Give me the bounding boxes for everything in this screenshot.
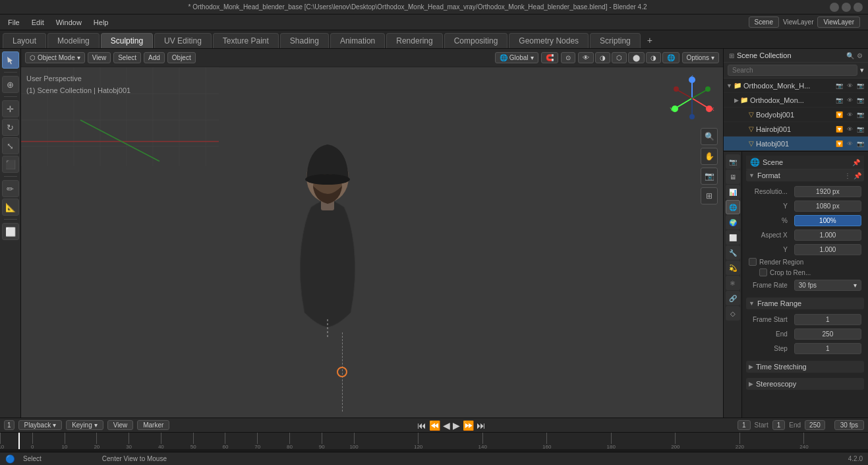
play-button[interactable]: ▶ — [453, 420, 460, 431]
collection-arrow-child1[interactable]: ▶ — [734, 97, 739, 104]
minimize-button[interactable]: ─ — [830, 3, 839, 12]
menu-edit[interactable]: Edit — [26, 17, 49, 28]
tab-shading[interactable]: Shading — [280, 33, 329, 48]
time-stretching-header[interactable]: ▶ Time Stretching — [746, 361, 864, 373]
body-eye-icon[interactable]: 👁 — [846, 111, 854, 119]
collection-row-child1[interactable]: ▶ 📁 Orthodox_Mon... 📷 👁 📷 — [724, 93, 868, 108]
props-modifiers-button[interactable]: 🔧 — [726, 245, 740, 260]
hat-eye-icon[interactable]: 👁 — [846, 140, 854, 148]
collection-row-hat[interactable]: ▽ Hatobj001 🔽 👁 📷 — [724, 137, 868, 151]
menu-file[interactable]: File — [3, 17, 25, 28]
solid-button[interactable]: ⬤ — [628, 52, 645, 63]
close-button[interactable]: ✕ — [854, 3, 863, 12]
options-button[interactable]: Options ▾ — [682, 52, 719, 63]
marker-menu[interactable]: Marker — [137, 420, 169, 430]
tab-layout[interactable]: Layout — [3, 33, 46, 48]
aspect-x-value[interactable]: 1.000 — [794, 230, 861, 241]
child1-eye-icon[interactable]: 👁 — [846, 96, 854, 104]
select-tool-button[interactable] — [2, 51, 19, 69]
frame-step-value[interactable]: 1 — [794, 343, 861, 354]
collection-arrow-root[interactable]: ▼ — [726, 82, 732, 89]
hair-eye-icon[interactable]: 👁 — [846, 125, 854, 133]
jump-end-button[interactable]: ⏭ — [477, 420, 486, 431]
props-view-layer-button[interactable]: 📊 — [726, 185, 740, 199]
snap-button[interactable]: 🧲 — [541, 52, 558, 63]
add-workspace-button[interactable]: + — [642, 32, 658, 48]
transform-tool-button[interactable]: ⬛ — [2, 156, 19, 173]
props-physics-button[interactable]: ⚛ — [726, 276, 740, 290]
current-frame-display[interactable]: 1 — [4, 420, 14, 430]
select-menu[interactable]: Select — [113, 52, 141, 63]
add-cube-button[interactable]: ⬜ — [2, 223, 19, 240]
aspect-y-value[interactable]: 1.000 — [794, 244, 861, 255]
resolution-pct-value[interactable]: 100% — [794, 215, 861, 226]
props-data-button[interactable]: ◇ — [726, 306, 740, 321]
child1-render-icon[interactable]: 📷 — [855, 96, 865, 104]
viewport[interactable]: ⬡ Object Mode ▾ View Select Add Object 🌐… — [21, 49, 723, 418]
collection-camera-icon[interactable]: 📷 — [834, 82, 844, 90]
body-filter-icon[interactable]: 🔽 — [834, 111, 844, 119]
tab-animation[interactable]: Animation — [330, 33, 385, 48]
props-object-button[interactable]: ⬜ — [726, 230, 740, 245]
render-region-checkbox[interactable] — [749, 258, 757, 266]
hat-render-icon[interactable]: 📷 — [855, 140, 865, 148]
hand-button[interactable]: ✋ — [701, 148, 718, 165]
frame-start-value[interactable]: 1 — [794, 314, 861, 325]
child1-camera-icon[interactable]: 📷 — [834, 96, 844, 104]
viewlayer-selector[interactable]: ViewLayer — [817, 16, 860, 28]
mode-selector[interactable]: ⬡ Object Mode ▾ — [25, 52, 85, 63]
frame-range-header[interactable]: ▼ Frame Range — [746, 297, 864, 309]
prev-keyframe-button[interactable]: ⏪ — [429, 420, 440, 431]
hair-filter-icon[interactable]: 🔽 — [834, 125, 844, 133]
tab-rendering[interactable]: Rendering — [386, 33, 442, 48]
start-frame-input[interactable]: 1 — [772, 420, 786, 430]
body-render-icon[interactable]: 📷 — [855, 111, 865, 119]
hair-render-icon[interactable]: 📷 — [855, 125, 865, 133]
play-reverse-button[interactable]: ◀ — [443, 420, 450, 431]
view-layer-selector[interactable]: ViewLayer — [783, 18, 814, 26]
next-keyframe-button[interactable]: ⏩ — [463, 420, 474, 431]
add-menu[interactable]: Add — [144, 52, 165, 63]
outliner-search-input[interactable] — [728, 65, 857, 76]
render-button[interactable]: 🌐 — [662, 52, 680, 63]
rotate-tool-button[interactable]: ↻ — [2, 119, 19, 136]
jump-start-button[interactable]: ⏮ — [417, 420, 426, 431]
resolution-x-value[interactable]: 1920 px — [794, 186, 861, 197]
scale-tool-button[interactable]: ⤡ — [2, 137, 19, 154]
orientation-gizmo[interactable]: Z X Y — [669, 75, 715, 121]
move-tool-button[interactable]: ✛ — [2, 100, 19, 117]
scene-pin-icon[interactable]: 📌 — [852, 159, 860, 166]
crop-render-checkbox[interactable] — [759, 268, 767, 276]
keying-menu[interactable]: Keying ▾ — [66, 420, 103, 430]
annotate-tool-button[interactable]: ✏ — [2, 180, 19, 197]
menu-help[interactable]: Help — [88, 17, 114, 28]
format-pin-icon[interactable]: 📌 — [854, 172, 861, 179]
frame-end-value[interactable]: 250 — [794, 328, 861, 340]
wireframe-button[interactable]: ⬡ — [612, 52, 627, 63]
collection-eye-icon[interactable]: 👁 — [846, 82, 854, 90]
tab-geometry-nodes[interactable]: Geometry Nodes — [509, 33, 589, 48]
props-world-button[interactable]: 🌍 — [726, 215, 740, 230]
tab-modeling[interactable]: Modeling — [47, 33, 100, 48]
props-constraints-button[interactable]: 🔗 — [726, 291, 740, 305]
format-section-header[interactable]: ▼ Format ⋮ 📌 — [746, 170, 864, 181]
timeline-ruler[interactable]: -100102030405060708090100120140160180200… — [0, 433, 868, 449]
resolution-y-value[interactable]: 1080 px — [794, 201, 861, 212]
timeline-view-menu[interactable]: View — [107, 420, 134, 430]
material-button[interactable]: ◑ — [646, 52, 661, 63]
transform-selector[interactable]: 🌐 Global ▾ — [495, 52, 538, 63]
collection-render-icon[interactable]: 📷 — [855, 82, 865, 90]
menu-window[interactable]: Window — [51, 17, 87, 28]
current-frame-input[interactable]: 1 — [738, 420, 751, 430]
hat-filter-icon[interactable]: 🔽 — [834, 140, 844, 148]
search-dropdown-icon[interactable]: ▾ — [860, 66, 864, 75]
camera-button[interactable]: 📷 — [701, 168, 718, 185]
collection-row-hair[interactable]: ▽ Hairobj001 🔽 👁 📷 — [724, 122, 868, 137]
tab-uv-editing[interactable]: UV Editing — [154, 33, 212, 48]
proportional-edit[interactable]: ⊙ — [561, 52, 575, 63]
end-frame-input[interactable]: 250 — [805, 420, 825, 430]
scene-selector[interactable]: Scene — [749, 16, 779, 28]
stereoscopy-header[interactable]: ▶ Stereoscopy — [746, 378, 864, 390]
grid-button[interactable]: ⊞ — [701, 187, 718, 204]
maximize-button[interactable]: □ — [842, 3, 851, 12]
